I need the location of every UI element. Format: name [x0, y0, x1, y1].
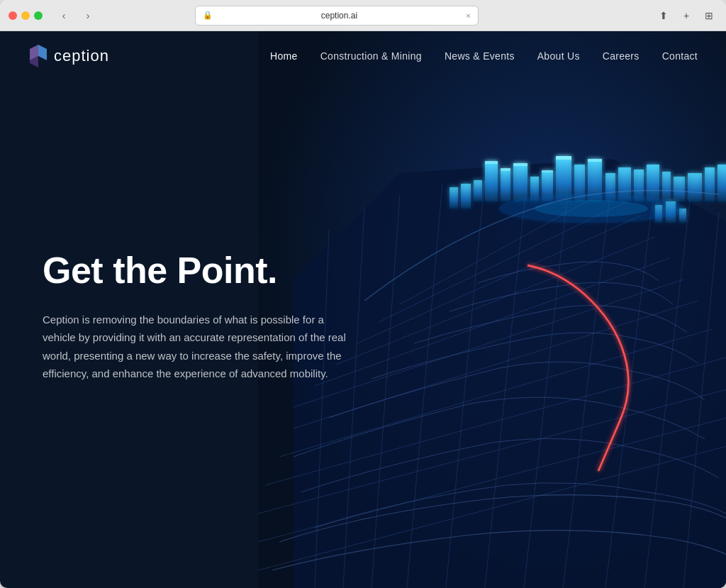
nav-careers[interactable]: Careers [603, 50, 640, 62]
browser-controls: ‹ › [54, 8, 98, 23]
svg-rect-41 [588, 159, 602, 162]
svg-marker-2 [38, 45, 47, 60]
hero-title: Get the Point. [43, 250, 347, 290]
svg-rect-52 [461, 184, 471, 209]
svg-rect-47 [674, 177, 685, 201]
hero-content: Get the Point. Ception is removing the b… [43, 250, 347, 382]
hero-section: Get the Point. Ception is removing the b… [0, 31, 726, 588]
svg-rect-32 [513, 165, 527, 201]
address-bar[interactable]: 🔒 ception.ai × [195, 6, 479, 26]
svg-rect-36 [542, 170, 553, 172]
nav-contact[interactable]: Contact [662, 50, 698, 62]
nav-news[interactable]: News & Events [445, 50, 515, 62]
logo-text: ception [54, 47, 109, 65]
svg-rect-30 [501, 170, 510, 201]
browser-titlebar: ‹ › 🔒 ception.ai × ⬆ + ⊞ [0, 0, 726, 31]
svg-rect-29 [485, 161, 498, 164]
svg-rect-49 [705, 167, 715, 201]
forward-button[interactable]: › [78, 8, 98, 23]
nav-construction[interactable]: Construction & Mining [320, 50, 422, 62]
website-content: ception Home Construction & Mining News … [0, 31, 726, 588]
close-button[interactable] [9, 11, 17, 20]
nav-home[interactable]: Home [270, 50, 298, 62]
new-tab-icon[interactable]: + [678, 7, 695, 24]
nav-links: Home Construction & Mining News & Events… [270, 50, 698, 62]
svg-rect-33 [513, 163, 527, 166]
back-button[interactable]: ‹ [54, 8, 74, 23]
logo-icon [28, 45, 48, 67]
svg-rect-51 [449, 187, 458, 209]
svg-rect-31 [501, 168, 510, 171]
main-nav: ception Home Construction & Mining News … [0, 31, 726, 81]
lock-icon: 🔒 [203, 11, 213, 20]
hero-description: Ception is removing the boundaries of wh… [43, 310, 347, 382]
browser-window: ‹ › 🔒 ception.ai × ⬆ + ⊞ [0, 0, 726, 588]
svg-rect-53 [474, 180, 482, 201]
svg-rect-46 [662, 172, 671, 201]
url-text: ception.ai [217, 11, 462, 21]
share-icon[interactable]: ⬆ [655, 7, 672, 24]
grid-icon[interactable]: ⊞ [700, 7, 717, 24]
svg-rect-48 [688, 173, 702, 201]
maximize-button[interactable] [34, 11, 43, 20]
browser-actions: ⬆ + ⊞ [655, 7, 717, 24]
svg-rect-50 [717, 165, 726, 201]
nav-about[interactable]: About Us [537, 50, 580, 62]
svg-rect-45 [647, 165, 659, 201]
minimize-button[interactable] [21, 11, 30, 20]
svg-rect-38 [556, 156, 571, 160]
logo[interactable]: ception [28, 45, 109, 67]
svg-rect-28 [485, 162, 498, 201]
clear-button[interactable]: × [466, 11, 470, 20]
traffic-lights [9, 11, 43, 20]
